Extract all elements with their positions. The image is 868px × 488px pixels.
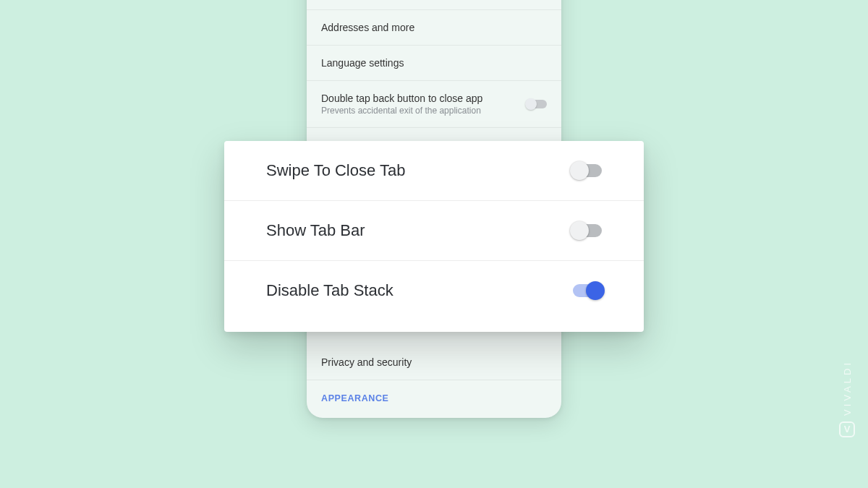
toggle-knob [586, 281, 605, 300]
list-item-title: Addresses and more [321, 22, 547, 33]
list-item-privacy[interactable]: Privacy and security [307, 345, 561, 380]
toggle-knob [525, 98, 537, 110]
toggle-disable-tab-stack[interactable] [573, 284, 602, 297]
watermark-text: VIVALDI [842, 360, 853, 416]
setting-label: Show Tab Bar [266, 221, 365, 240]
list-item-title: Privacy and security [321, 356, 547, 368]
list-item-addresses[interactable]: Addresses and more [307, 10, 561, 46]
toggle-double-tap[interactable] [527, 100, 547, 108]
list-item-double-tap[interactable]: Double tap back button to close app Prev… [307, 81, 561, 128]
toggle-knob [570, 161, 589, 180]
list-item[interactable] [307, 0, 561, 10]
section-header-appearance: APPEARANCE [307, 380, 561, 411]
toggle-swipe-close-tab[interactable] [573, 164, 602, 177]
settings-modal: Swipe To Close Tab Show Tab Bar Disable … [224, 141, 644, 332]
setting-label: Swipe To Close Tab [266, 161, 405, 180]
list-item-title: Language settings [321, 57, 547, 69]
toggle-knob [570, 221, 589, 240]
vivaldi-watermark: VIVALDI V [839, 360, 855, 437]
setting-label: Disable Tab Stack [266, 281, 393, 300]
vivaldi-logo-icon: V [839, 421, 855, 437]
list-item-title: Double tap back button to close app [321, 93, 527, 104]
toggle-show-tab-bar[interactable] [573, 224, 602, 237]
setting-disable-tab-stack[interactable]: Disable Tab Stack [224, 261, 644, 332]
setting-swipe-close-tab[interactable]: Swipe To Close Tab [224, 141, 644, 201]
list-item-language[interactable]: Language settings [307, 46, 561, 81]
list-item-subtitle: Prevents accidental exit of the applicat… [321, 106, 527, 116]
setting-show-tab-bar[interactable]: Show Tab Bar [224, 201, 644, 261]
